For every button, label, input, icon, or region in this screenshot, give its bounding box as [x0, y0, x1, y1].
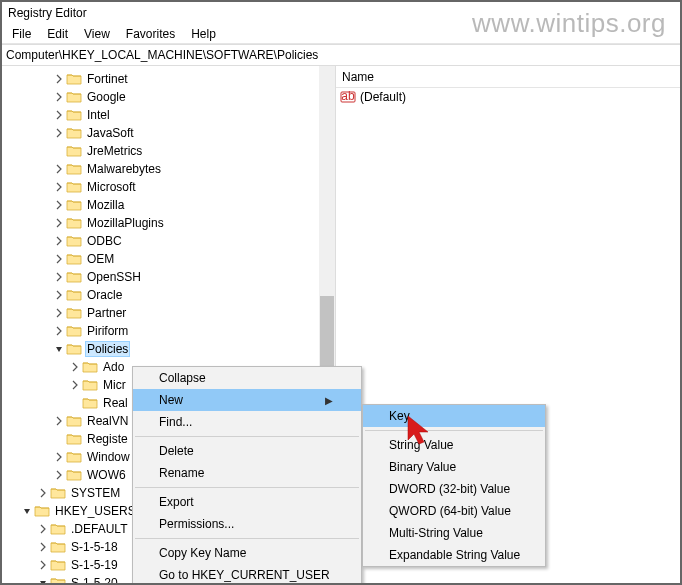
ctx-new-key[interactable]: Key — [363, 405, 545, 427]
tree-label: Piriform — [85, 323, 130, 339]
ctx-rename[interactable]: Rename — [133, 462, 361, 484]
tree-label: Malwarebytes — [85, 161, 163, 177]
folder-icon — [66, 180, 82, 194]
chevron-right-icon[interactable] — [36, 540, 50, 554]
tree-label: Intel — [85, 107, 112, 123]
folder-icon — [66, 234, 82, 248]
ctx-new-dword[interactable]: DWORD (32-bit) Value — [363, 478, 545, 500]
chevron-right-icon[interactable] — [52, 450, 66, 464]
tree-item[interactable]: Malwarebytes — [4, 160, 335, 178]
tree-label: Micr — [101, 377, 128, 393]
tree-item[interactable]: Policies — [4, 340, 335, 358]
chevron-right-icon[interactable] — [52, 72, 66, 86]
tree-item[interactable]: OpenSSH — [4, 268, 335, 286]
chevron-down-icon[interactable] — [20, 504, 34, 518]
chevron-right-icon[interactable] — [52, 468, 66, 482]
tree-item[interactable]: MozillaPlugins — [4, 214, 335, 232]
value-row-default[interactable]: ab (Default) — [336, 88, 680, 106]
chevron-right-icon[interactable] — [52, 198, 66, 212]
menu-view[interactable]: View — [76, 25, 118, 43]
ctx-new-string[interactable]: String Value — [363, 434, 545, 456]
tree-label: JavaSoft — [85, 125, 136, 141]
tree-label: S-1-5-19 — [69, 557, 120, 573]
ctx-new-binary[interactable]: Binary Value — [363, 456, 545, 478]
tree-label: HKEY_USERS — [53, 503, 138, 519]
tree-item[interactable]: Oracle — [4, 286, 335, 304]
tree-label: Partner — [85, 305, 128, 321]
ctx-delete[interactable]: Delete — [133, 440, 361, 462]
chevron-right-icon[interactable] — [36, 522, 50, 536]
ctx-new-multistring[interactable]: Multi-String Value — [363, 522, 545, 544]
tree-item[interactable]: ODBC — [4, 232, 335, 250]
chevron-right-icon[interactable] — [52, 288, 66, 302]
tree-item[interactable]: OEM — [4, 250, 335, 268]
menu-favorites[interactable]: Favorites — [118, 25, 183, 43]
chevron-right-icon[interactable] — [36, 558, 50, 572]
chevron-right-icon[interactable] — [52, 162, 66, 176]
folder-icon — [34, 504, 50, 518]
ctx-permissions[interactable]: Permissions... — [133, 513, 361, 535]
folder-icon — [66, 162, 82, 176]
tree-item[interactable]: Mozilla — [4, 196, 335, 214]
tree-label: WOW6 — [85, 467, 128, 483]
tree-item[interactable]: Intel — [4, 106, 335, 124]
ctx-new-qword[interactable]: QWORD (64-bit) Value — [363, 500, 545, 522]
path-bar[interactable]: Computer\HKEY_LOCAL_MACHINE\SOFTWARE\Pol… — [2, 44, 680, 66]
chevron-right-icon[interactable] — [52, 234, 66, 248]
ctx-export[interactable]: Export — [133, 491, 361, 513]
tree-item[interactable]: JavaSoft — [4, 124, 335, 142]
chevron-down-icon[interactable] — [52, 342, 66, 356]
ctx-goto[interactable]: Go to HKEY_CURRENT_USER — [133, 564, 361, 585]
tree-label: RealVN — [85, 413, 130, 429]
ctx-collapse[interactable]: Collapse — [133, 367, 361, 389]
chevron-down-icon[interactable] — [36, 576, 50, 583]
chevron-right-icon[interactable] — [52, 126, 66, 140]
folder-icon — [66, 126, 82, 140]
tree-item[interactable]: Google — [4, 88, 335, 106]
scrollbar-thumb[interactable] — [320, 296, 334, 376]
chevron-right-icon[interactable] — [68, 378, 82, 392]
folder-icon — [82, 396, 98, 410]
menu-bar: File Edit View Favorites Help — [2, 24, 680, 44]
expander-none — [68, 396, 82, 410]
chevron-right-icon[interactable] — [36, 486, 50, 500]
menu-edit[interactable]: Edit — [39, 25, 76, 43]
chevron-right-icon[interactable] — [52, 324, 66, 338]
chevron-right-icon[interactable] — [52, 216, 66, 230]
value-header[interactable]: Name — [336, 66, 680, 88]
tree-item[interactable]: Partner — [4, 304, 335, 322]
tree-label: S-1-5-18 — [69, 539, 120, 555]
ctx-new-expandable[interactable]: Expandable String Value — [363, 544, 545, 566]
folder-icon — [50, 540, 66, 554]
chevron-right-icon[interactable] — [52, 414, 66, 428]
tree-label: Window — [85, 449, 132, 465]
menu-help[interactable]: Help — [183, 25, 224, 43]
tree-item[interactable]: Fortinet — [4, 70, 335, 88]
folder-icon — [66, 414, 82, 428]
chevron-right-icon[interactable] — [52, 270, 66, 284]
tree-item[interactable]: Piriform — [4, 322, 335, 340]
folder-icon — [66, 90, 82, 104]
folder-icon — [66, 198, 82, 212]
folder-icon — [66, 324, 82, 338]
folder-icon — [66, 468, 82, 482]
tree-label: JreMetrics — [85, 143, 144, 159]
chevron-right-icon[interactable] — [52, 252, 66, 266]
ctx-new[interactable]: New▶ — [133, 389, 361, 411]
chevron-right-icon[interactable] — [52, 306, 66, 320]
ctx-find[interactable]: Find... — [133, 411, 361, 433]
tree-item[interactable]: JreMetrics — [4, 142, 335, 160]
tree-label: OpenSSH — [85, 269, 143, 285]
folder-icon — [50, 486, 66, 500]
path-text: Computer\HKEY_LOCAL_MACHINE\SOFTWARE\Pol… — [6, 48, 318, 62]
folder-icon — [66, 450, 82, 464]
chevron-right-icon[interactable] — [52, 180, 66, 194]
chevron-right-icon[interactable] — [52, 108, 66, 122]
chevron-right-icon[interactable] — [52, 90, 66, 104]
chevron-right-icon[interactable] — [68, 360, 82, 374]
folder-icon — [66, 270, 82, 284]
ctx-separator — [135, 487, 359, 488]
tree-item[interactable]: Microsoft — [4, 178, 335, 196]
ctx-copy-key[interactable]: Copy Key Name — [133, 542, 361, 564]
menu-file[interactable]: File — [4, 25, 39, 43]
